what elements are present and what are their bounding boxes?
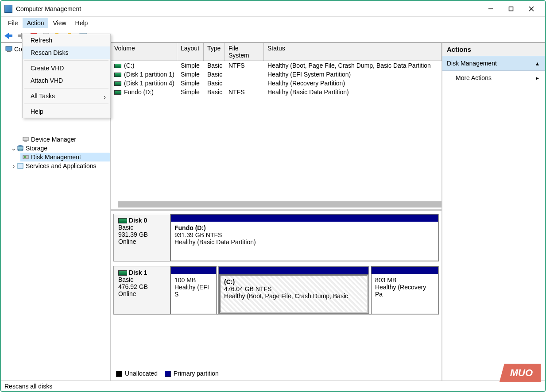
col-status[interactable]: Status	[264, 43, 441, 61]
menu-action[interactable]: Action	[23, 18, 49, 28]
table-row[interactable]: (C:) Simple Basic NTFS Healthy (Boot, Pa…	[111, 61, 441, 70]
volume-icon	[114, 73, 121, 77]
tree-disk-management[interactable]: Disk Management	[20, 153, 110, 161]
menu-help[interactable]: Help	[71, 18, 93, 28]
disk-icon	[118, 270, 127, 276]
partition-size: 803 MB	[375, 277, 434, 284]
ctx-attach-vhd[interactable]: Attach VHD	[23, 74, 110, 87]
tree-disk-management-label: Disk Management	[31, 154, 81, 161]
partition-status: Healthy (Recovery Pa	[375, 284, 434, 298]
ctx-help[interactable]: Help	[23, 105, 110, 118]
maximize-button[interactable]	[501, 2, 521, 15]
disk-block: Disk 0 Basic 931.39 GB Online Fundo (D:)…	[113, 214, 439, 261]
svg-rect-16	[6, 46, 12, 50]
partition[interactable]: 803 MB Healthy (Recovery Pa	[371, 266, 438, 314]
status-bar: Rescans all disks	[1, 380, 545, 391]
table-row[interactable]: Fundo (D:) Simple Basic NTFS Healthy (Ba…	[111, 88, 441, 96]
col-fs[interactable]: File System	[225, 43, 264, 61]
disk-info[interactable]: Disk 0 Basic 931.39 GB Online	[114, 214, 170, 261]
storage-icon	[17, 145, 24, 152]
partition-size: 931.39 GB NTFS	[174, 231, 434, 238]
partition-status: Healthy (Basic Data Partition)	[174, 238, 434, 246]
ctx-refresh[interactable]: Refresh	[23, 34, 110, 46]
svg-rect-1	[509, 7, 513, 11]
disk-info[interactable]: Disk 1 Basic 476.92 GB Online	[114, 266, 170, 314]
ctx-create-vhd[interactable]: Create VHD	[23, 62, 110, 74]
ctx-rescan-disks[interactable]: Rescan Disks	[23, 46, 110, 59]
expand-icon[interactable]: ›	[11, 162, 17, 169]
volume-icon	[114, 81, 121, 86]
collapse-icon[interactable]: ⌄	[11, 145, 17, 152]
window-title: Computer Management	[16, 5, 480, 12]
vol-status: Healthy (Basic Data Partition)	[264, 88, 441, 96]
vol-status: Healthy (EFI System Partition)	[264, 70, 441, 79]
actions-dm-label: Disk Management	[447, 60, 497, 67]
horizontal-scrollbar[interactable]	[118, 201, 441, 208]
actions-panel: Actions Disk Management ▴ More Actions ▸	[442, 42, 545, 380]
vol-layout: Simple	[177, 79, 204, 88]
tree-storage[interactable]: ⌄ Storage	[9, 144, 110, 153]
partition-header-bar	[219, 267, 368, 274]
actions-more[interactable]: More Actions ▸	[442, 71, 545, 85]
close-button[interactable]	[521, 2, 542, 15]
vol-name: (Disk 1 partition 1)	[124, 71, 174, 78]
table-row[interactable]: (Disk 1 partition 4) Simple Basic Health…	[111, 79, 441, 88]
partition-title: Fundo (D:)	[174, 224, 434, 231]
legend: Unallocated Primary partition	[114, 368, 221, 379]
svg-rect-24	[24, 156, 26, 158]
partition-size: 100 MB	[174, 277, 213, 284]
partition[interactable]: 100 MB Healthy (EFI S	[170, 266, 217, 314]
partition-size: 476.04 GB NTFS	[224, 285, 364, 292]
back-button[interactable]	[4, 31, 14, 41]
minimize-button[interactable]	[480, 2, 501, 15]
vol-name: Fundo (D:)	[124, 88, 154, 96]
computer-icon	[5, 46, 12, 53]
col-layout[interactable]: Layout	[177, 43, 204, 61]
partition-header-bar	[171, 215, 438, 222]
partition-selected[interactable]: (C:) 476.04 GB NTFS Healthy (Boot, Page …	[218, 266, 369, 314]
svg-point-22	[18, 149, 23, 151]
tree-services-apps[interactable]: › Services and Applications	[9, 161, 110, 170]
disk-graphic-view: Disk 0 Basic 931.39 GB Online Fundo (D:)…	[111, 211, 441, 380]
legend-swatch-unallocated	[116, 371, 122, 377]
ctx-separator	[24, 60, 108, 61]
disk-type: Basic	[118, 224, 166, 231]
services-icon	[17, 162, 24, 169]
vol-type: Basic	[204, 88, 225, 96]
partition[interactable]: Fundo (D:) 931.39 GB NTFS Healthy (Basic…	[170, 214, 438, 261]
disk-size: 931.39 GB	[118, 231, 166, 238]
title-bar: Computer Management	[1, 1, 545, 17]
actions-header: Actions	[442, 43, 545, 56]
menu-file[interactable]: File	[4, 18, 23, 28]
disk-label: Disk 0	[129, 217, 147, 224]
actions-disk-management[interactable]: Disk Management ▴	[442, 56, 545, 71]
disk-size: 476.92 GB	[118, 283, 166, 290]
legend-primary: Primary partition	[174, 370, 219, 377]
col-type[interactable]: Type	[204, 43, 225, 61]
vol-name: (Disk 1 partition 4)	[124, 80, 174, 87]
svg-rect-25	[18, 163, 23, 169]
app-icon	[4, 5, 12, 13]
vol-layout: Simple	[177, 88, 204, 96]
volume-icon	[114, 90, 121, 95]
svg-rect-19	[24, 141, 27, 142]
disk-state: Online	[118, 238, 166, 245]
volume-table: Volume Layout Type File System Status (C…	[111, 43, 441, 211]
ctx-separator	[24, 88, 108, 88]
vol-type: Basic	[204, 70, 225, 79]
collapse-up-icon: ▴	[536, 60, 539, 67]
menu-view[interactable]: View	[48, 18, 70, 28]
partition-header-bar	[372, 267, 438, 274]
disk-icon	[118, 218, 127, 223]
disk-block: Disk 1 Basic 476.92 GB Online 100 MB Hea…	[113, 266, 439, 315]
tree-device-manager[interactable]: Device Manager	[20, 135, 110, 144]
ctx-all-tasks[interactable]: All Tasks›	[23, 90, 110, 102]
legend-swatch-primary	[165, 371, 171, 377]
disk-type: Basic	[118, 276, 166, 283]
status-text: Rescans all disks	[4, 383, 52, 390]
vol-layout: Simple	[177, 61, 204, 70]
legend-unallocated: Unallocated	[125, 370, 158, 377]
col-volume[interactable]: Volume	[111, 43, 177, 61]
table-row[interactable]: (Disk 1 partition 1) Simple Basic Health…	[111, 70, 441, 79]
svg-marker-4	[4, 33, 12, 39]
